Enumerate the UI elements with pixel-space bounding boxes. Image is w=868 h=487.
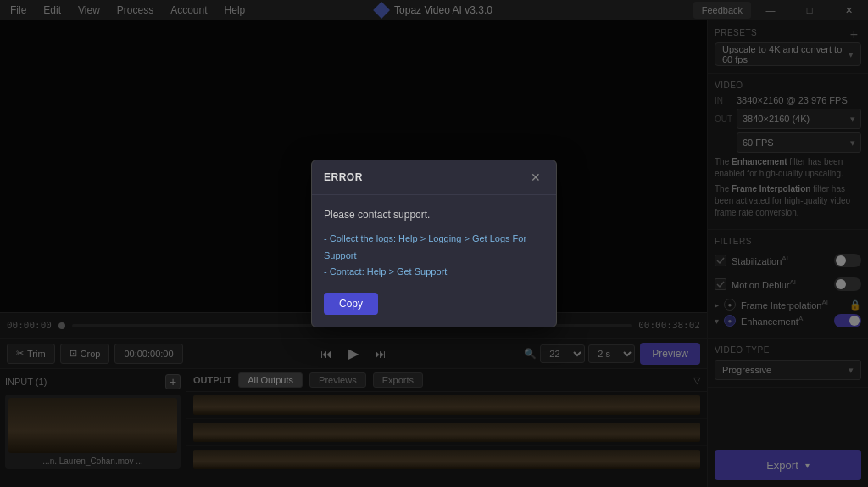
modal-link2-prefix: - Contact: bbox=[324, 266, 367, 277]
modal-overlay[interactable]: ERROR ✕ Please contact support. - Collec… bbox=[0, 0, 868, 487]
modal-links: - Collect the logs: Help > Logging > Get… bbox=[324, 231, 544, 281]
modal-body: Please contact support. - Collect the lo… bbox=[312, 195, 556, 327]
modal-close-button[interactable]: ✕ bbox=[527, 169, 544, 186]
error-modal: ERROR ✕ Please contact support. - Collec… bbox=[311, 160, 557, 327]
modal-title: ERROR bbox=[324, 171, 363, 183]
modal-link1-prefix: - Collect the logs: bbox=[324, 233, 398, 244]
modal-link-row-1: - Collect the logs: Help > Logging > Get… bbox=[324, 231, 544, 265]
modal-link2[interactable]: Help > Get Support bbox=[367, 266, 447, 277]
modal-body-text: Please contact support. bbox=[324, 207, 544, 222]
modal-header: ERROR ✕ bbox=[312, 160, 556, 195]
modal-copy-button[interactable]: Copy bbox=[324, 293, 378, 315]
modal-link-row-2: - Contact: Help > Get Support bbox=[324, 264, 544, 281]
